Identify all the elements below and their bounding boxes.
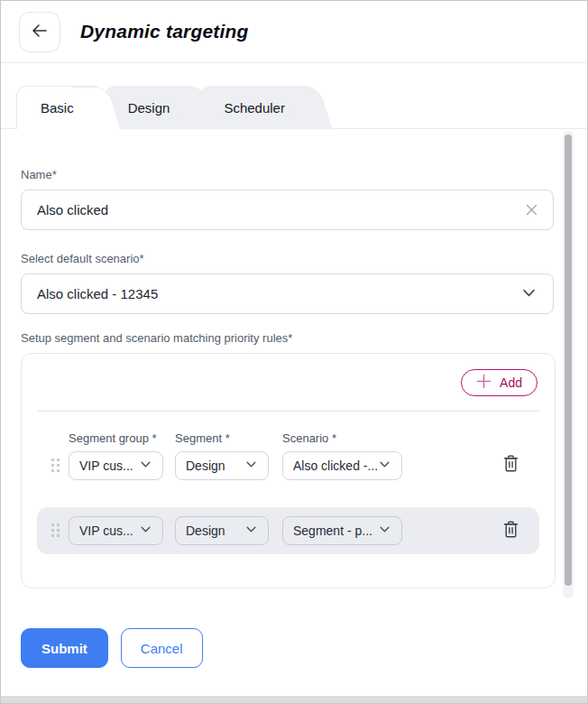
drag-handle-icon[interactable] bbox=[51, 523, 60, 538]
chevron-down-icon bbox=[139, 523, 152, 539]
rules-toolbar: Add bbox=[37, 367, 539, 396]
delete-rule-button[interactable] bbox=[502, 454, 519, 476]
segment-group-column: VIP cus... bbox=[69, 516, 163, 545]
chevron-down-icon bbox=[520, 284, 537, 304]
app-window: Dynamic targeting Basic Design Scheduler… bbox=[0, 0, 588, 704]
submit-button[interactable]: Submit bbox=[21, 628, 108, 668]
scenario-column: Segment - p... bbox=[282, 516, 402, 545]
scenario-select[interactable]: Segment - p... bbox=[282, 516, 402, 545]
segment-group-select[interactable]: VIP cus... bbox=[69, 516, 163, 545]
back-arrow-icon bbox=[32, 24, 48, 40]
chevron-down-icon bbox=[244, 458, 258, 474]
drag-handle-icon[interactable] bbox=[51, 459, 60, 473]
scenario-header: Scenario * bbox=[282, 431, 402, 445]
segment-group-header: Segment group * bbox=[69, 431, 163, 445]
add-rule-button[interactable]: Add bbox=[461, 369, 537, 396]
rules-label: Setup segment and scenario matching prio… bbox=[21, 331, 587, 345]
default-scenario-field: Select default scenario* Also clicked - … bbox=[21, 252, 587, 314]
chevron-down-icon bbox=[378, 523, 391, 539]
tab-design-label: Design bbox=[128, 100, 170, 116]
tab-bar: Basic Design Scheduler bbox=[1, 86, 587, 129]
rules-field: Setup segment and scenario matching prio… bbox=[21, 331, 587, 588]
segment-header: Segment * bbox=[175, 431, 269, 445]
chevron-down-icon bbox=[378, 458, 391, 474]
footer: Submit Cancel bbox=[1, 628, 587, 668]
scenario-select[interactable]: Also clicked -... bbox=[282, 451, 402, 480]
tab-basic[interactable]: Basic bbox=[16, 86, 97, 129]
rule-row: Segment group * VIP cus... bbox=[37, 431, 539, 480]
tab-scheduler[interactable]: Scheduler bbox=[200, 86, 308, 129]
rules-container: Add Segment gro bbox=[21, 353, 556, 588]
segment-group-column: Segment group * VIP cus... bbox=[69, 431, 163, 480]
delete-rule-button[interactable] bbox=[502, 520, 519, 542]
clear-icon[interactable] bbox=[526, 204, 537, 216]
segment-group-select[interactable]: VIP cus... bbox=[69, 451, 163, 480]
chevron-down-icon bbox=[139, 458, 152, 474]
page-bottom-edge bbox=[1, 696, 587, 703]
rule-row: VIP cus... Design bbox=[37, 507, 539, 554]
tab-scheduler-label: Scheduler bbox=[224, 100, 285, 116]
plus-icon bbox=[476, 374, 492, 392]
segment-column: Segment * Design bbox=[175, 431, 269, 480]
name-input-value: Also clicked bbox=[37, 202, 526, 218]
tab-panel-basic: Name* Also clicked Select default scenar… bbox=[1, 128, 587, 608]
name-label: Name* bbox=[21, 168, 587, 181]
tab-basic-label: Basic bbox=[41, 100, 74, 116]
segment-select[interactable]: Design bbox=[175, 516, 269, 545]
default-scenario-value: Also clicked - 12345 bbox=[37, 286, 520, 301]
add-rule-label: Add bbox=[500, 375, 522, 390]
page-title: Dynamic targeting bbox=[80, 21, 249, 42]
trash-icon bbox=[502, 520, 519, 542]
cancel-button[interactable]: Cancel bbox=[121, 628, 203, 668]
segment-select[interactable]: Design bbox=[175, 451, 269, 480]
default-scenario-label: Select default scenario* bbox=[21, 252, 587, 265]
name-input[interactable]: Also clicked bbox=[21, 190, 554, 230]
trash-icon bbox=[502, 454, 519, 476]
name-field: Name* Also clicked bbox=[21, 168, 587, 230]
scenario-column: Scenario * Also clicked -... bbox=[282, 431, 402, 480]
rules-rows: Segment group * VIP cus... bbox=[37, 412, 539, 588]
header: Dynamic targeting bbox=[1, 1, 587, 63]
segment-column: Design bbox=[175, 516, 269, 545]
chevron-down-icon bbox=[244, 523, 258, 539]
back-button[interactable] bbox=[19, 12, 60, 52]
default-scenario-select[interactable]: Also clicked - 12345 bbox=[21, 273, 554, 314]
